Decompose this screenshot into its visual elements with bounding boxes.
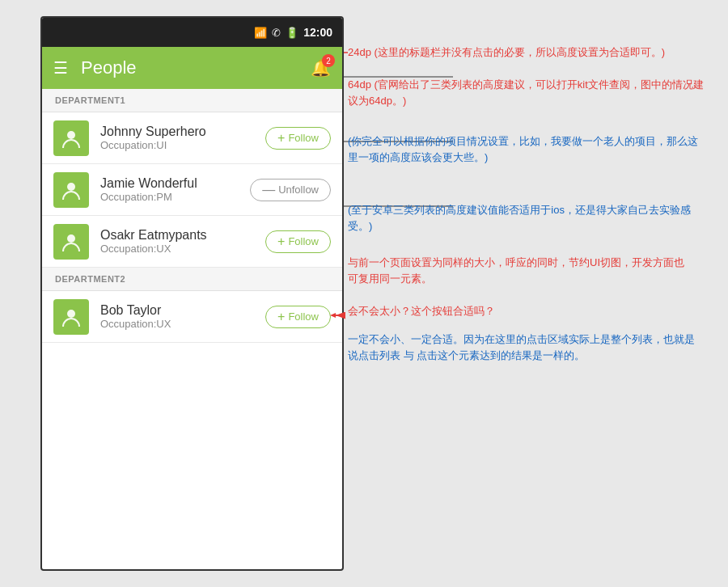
- list-item[interactable]: Jamie Wonderful Occupation:PM — Unfollow: [42, 164, 342, 216]
- plus-icon: +: [277, 310, 285, 323]
- avatar: [53, 172, 89, 208]
- wifi-icon: 📶: [254, 27, 267, 39]
- svg-point-3: [67, 310, 75, 318]
- follow-button[interactable]: + Follow: [265, 306, 331, 328]
- list-item[interactable]: Osakr Eatmypants Occupation:UX + Follow: [42, 216, 342, 268]
- svg-point-0: [67, 131, 75, 139]
- annotation-1: 24dp (这里的标题栏并没有点击的必要，所以高度设置为合适即可。): [348, 44, 704, 61]
- plus-icon: +: [277, 132, 285, 145]
- svg-point-2: [67, 234, 75, 243]
- person-occupation: Occupation:UI: [100, 139, 265, 151]
- annotation-7: 一定不会小、一定合适。因为在这里的点击区域实际上是整个列表，也就是说点击列表 与…: [348, 332, 700, 363]
- notification-badge: 2: [322, 54, 335, 67]
- list-item[interactable]: Johnny Superhero Occupation:UI + Follow: [42, 112, 342, 164]
- person-occupation: Occupation:UX: [100, 318, 265, 330]
- department-header-2: DEPARTMENT2: [42, 268, 342, 291]
- page-title: People: [81, 57, 311, 78]
- plus-icon: +: [277, 235, 285, 248]
- annotation-4: (至于安卓三类列表的高度建议值能否适用于ios，还是得大家自己去实验感受。): [348, 202, 704, 234]
- person-name: Jamie Wonderful: [100, 176, 250, 191]
- person-info: Johnny Superhero Occupation:UI: [100, 125, 265, 151]
- annotation-3: (你完全可以根据你的项目情况设置，比如，我要做一个老人的项目，那么这里一项的高度…: [348, 133, 704, 165]
- person-info: Jamie Wonderful Occupation:PM: [100, 176, 250, 203]
- avatar: [53, 299, 89, 335]
- phone-frame: 📶 ✆ 🔋 12:00 ☰ People 🔔 2 DEPARTMENT1 Joh…: [40, 16, 344, 571]
- unfollow-button[interactable]: — Unfollow: [250, 179, 331, 201]
- minus-icon: —: [262, 184, 275, 196]
- person-name: Osakr Eatmypants: [100, 228, 265, 243]
- avatar: [53, 120, 89, 156]
- annotation-6: 会不会太小？这个按钮合适吗？: [348, 303, 655, 319]
- battery-icon: 🔋: [286, 27, 298, 39]
- annotations-container: 24dp (这里的标题栏并没有点击的必要，所以高度设置为合适即可。) 64dp …: [348, 44, 724, 571]
- person-occupation: Occupation:UX: [100, 243, 265, 255]
- menu-icon[interactable]: ☰: [53, 58, 68, 78]
- follow-button[interactable]: + Follow: [265, 127, 331, 150]
- annotation-5: 与前一个页面设置为同样的大小，呼应的同时，节约UI切图，开发方面也可复用同一元素…: [348, 255, 688, 286]
- annotation-2: 64dp (官网给出了三类列表的高度建议，可以打开kit文件查阅，图中的情况建议…: [348, 77, 704, 108]
- follow-button[interactable]: + Follow: [265, 230, 331, 253]
- app-bar: ☰ People 🔔 2: [42, 47, 342, 89]
- signal-icon: ✆: [272, 27, 281, 39]
- person-info: Bob Taylor Occupation:UX: [100, 303, 265, 330]
- person-name: Bob Taylor: [100, 303, 265, 318]
- person-info: Osakr Eatmypants Occupation:UX: [100, 228, 265, 255]
- person-name: Johnny Superhero: [100, 125, 265, 139]
- person-occupation: Occupation:PM: [100, 191, 250, 203]
- list-item[interactable]: Bob Taylor Occupation:UX + Follow: [42, 291, 342, 343]
- notification-button[interactable]: 🔔 2: [311, 58, 331, 78]
- status-bar: 📶 ✆ 🔋 12:00: [42, 18, 342, 47]
- status-time: 12:00: [303, 26, 332, 39]
- svg-point-1: [67, 183, 75, 191]
- department-header-1: DEPARTMENT1: [42, 89, 342, 112]
- avatar: [53, 224, 89, 260]
